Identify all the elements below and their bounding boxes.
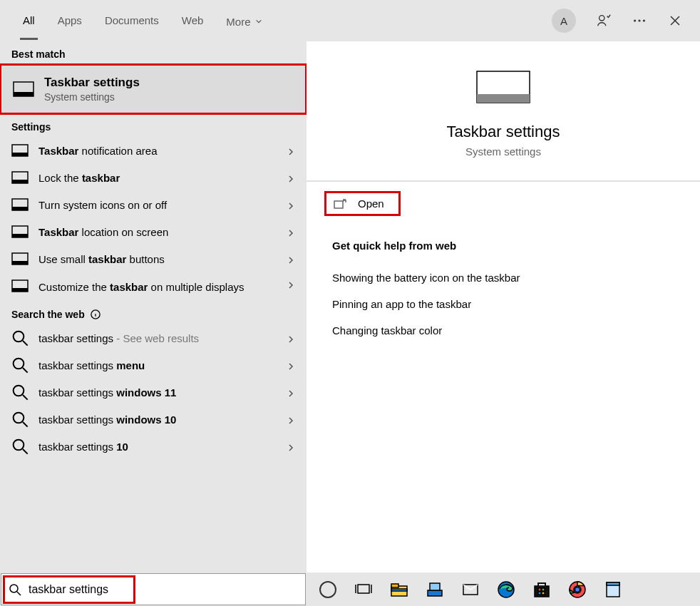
svg-rect-40	[538, 592, 541, 595]
chevron-right-icon	[287, 361, 295, 369]
rewards-icon[interactable]	[596, 13, 612, 29]
svg-point-22	[14, 413, 24, 423]
svg-point-27	[10, 585, 18, 592]
svg-point-1	[634, 20, 636, 21]
chrome-icon[interactable]	[567, 580, 587, 600]
svg-point-0	[599, 16, 604, 21]
result-text: Taskbar notification area	[38, 145, 277, 157]
results-list: Best match Taskbar settings System setti…	[0, 41, 307, 572]
chevron-right-icon	[287, 173, 295, 182]
taskbar-icons	[307, 572, 700, 606]
svg-rect-26	[334, 201, 343, 208]
open-row: Open	[307, 181, 700, 225]
settings-result[interactable]: Taskbar location on screen	[0, 218, 307, 245]
monitor-icon	[11, 198, 29, 211]
tab-more[interactable]: More	[223, 1, 264, 40]
svg-rect-41	[542, 592, 545, 595]
search-wrap	[0, 572, 307, 606]
web-result[interactable]: taskbar settings - See web results	[0, 324, 307, 351]
search-input[interactable]	[29, 583, 298, 596]
svg-point-2	[639, 20, 640, 21]
settings-result[interactable]: Use small taskbar buttons	[0, 245, 307, 272]
help-link[interactable]: Changing taskbar color	[332, 317, 674, 344]
quick-help-section: Get quick help from web Showing the batt…	[307, 225, 700, 358]
info-icon	[91, 309, 101, 319]
main-area: Best match Taskbar settings System setti…	[0, 41, 700, 572]
svg-rect-30	[391, 584, 398, 587]
svg-point-21	[14, 386, 24, 396]
settings-result[interactable]: Customize the taskbar on multiple displa…	[0, 272, 307, 302]
open-label: Open	[358, 197, 384, 210]
monitor-icon	[11, 279, 29, 292]
search-box[interactable]	[1, 573, 306, 605]
chevron-right-icon	[287, 415, 295, 423]
close-button[interactable]	[667, 13, 683, 29]
svg-point-44	[575, 587, 580, 592]
svg-rect-38	[538, 588, 541, 591]
best-match-text: Taskbar settings System settings	[44, 76, 140, 103]
settings-app-icon[interactable]	[425, 580, 445, 600]
search-icon	[11, 332, 29, 344]
notepad-icon[interactable]	[603, 580, 623, 600]
help-link[interactable]: Pinning an app to the taskbar	[332, 291, 674, 317]
result-text: Customize the taskbar on multiple displa…	[38, 279, 277, 294]
svg-rect-28	[358, 585, 369, 593]
svg-rect-15	[12, 261, 28, 265]
store-icon[interactable]	[532, 580, 552, 600]
preview-app-icon	[475, 70, 531, 104]
web-result[interactable]: taskbar settings windows 10	[0, 406, 307, 433]
monitor-icon	[11, 252, 29, 265]
section-settings: Settings	[0, 114, 307, 137]
settings-result[interactable]: Lock the taskbar	[0, 164, 307, 191]
svg-rect-17	[12, 288, 28, 292]
search-icon	[11, 359, 29, 371]
svg-rect-39	[542, 588, 545, 591]
monitor-icon	[11, 225, 29, 238]
tab-web[interactable]: Web	[179, 1, 207, 40]
result-text: taskbar settings - See web results	[38, 332, 277, 344]
user-avatar[interactable]: A	[552, 9, 576, 33]
result-text: Lock the taskbar	[38, 172, 277, 184]
search-icon	[9, 583, 21, 596]
top-right-controls: A	[552, 9, 689, 33]
tab-apps[interactable]: Apps	[55, 1, 85, 40]
edge-icon[interactable]	[496, 580, 516, 600]
svg-rect-37	[538, 583, 545, 587]
chevron-right-icon	[287, 334, 295, 342]
svg-rect-25	[477, 94, 530, 103]
section-search-web: Search the web	[0, 302, 307, 324]
svg-rect-33	[430, 583, 440, 590]
mail-icon[interactable]	[460, 580, 480, 600]
more-options-icon[interactable]	[632, 13, 647, 29]
svg-point-3	[644, 20, 645, 21]
web-result[interactable]: taskbar settings windows 11	[0, 379, 307, 406]
preview-header: Taskbar settings System settings	[307, 41, 700, 181]
monitor-icon	[11, 171, 29, 184]
web-result[interactable]: taskbar settings menu	[0, 351, 307, 379]
search-icon	[11, 413, 29, 426]
search-scope-tabs: All Apps Documents Web More	[11, 1, 265, 40]
web-result[interactable]: taskbar settings 10	[0, 433, 307, 460]
tab-documents[interactable]: Documents	[102, 1, 162, 40]
best-match-title: Taskbar settings	[44, 76, 140, 90]
settings-result[interactable]: Taskbar notification area	[0, 137, 307, 164]
help-link[interactable]: Showing the battery icon on the taskbar	[332, 265, 674, 291]
quick-help-title: Get quick help from web	[332, 240, 674, 252]
monitor-icon	[11, 144, 29, 157]
svg-point-23	[14, 440, 24, 451]
task-view-icon[interactable]	[354, 580, 374, 600]
tab-all[interactable]: All	[20, 1, 38, 40]
top-bar: All Apps Documents Web More A	[0, 0, 700, 41]
cortana-icon[interactable]	[318, 580, 338, 600]
preview-subtitle: System settings	[465, 145, 541, 158]
result-text: Turn system icons on or off	[38, 199, 277, 211]
open-external-icon	[334, 199, 346, 209]
open-button[interactable]: Open	[328, 195, 397, 212]
file-explorer-icon[interactable]	[389, 580, 409, 600]
section-best-match: Best match	[0, 41, 307, 64]
svg-rect-46	[607, 582, 619, 585]
result-text: Use small taskbar buttons	[38, 253, 277, 265]
chevron-right-icon	[287, 388, 295, 396]
best-match-result[interactable]: Taskbar settings System settings	[0, 64, 307, 114]
settings-result[interactable]: Turn system icons on or off	[0, 191, 307, 218]
